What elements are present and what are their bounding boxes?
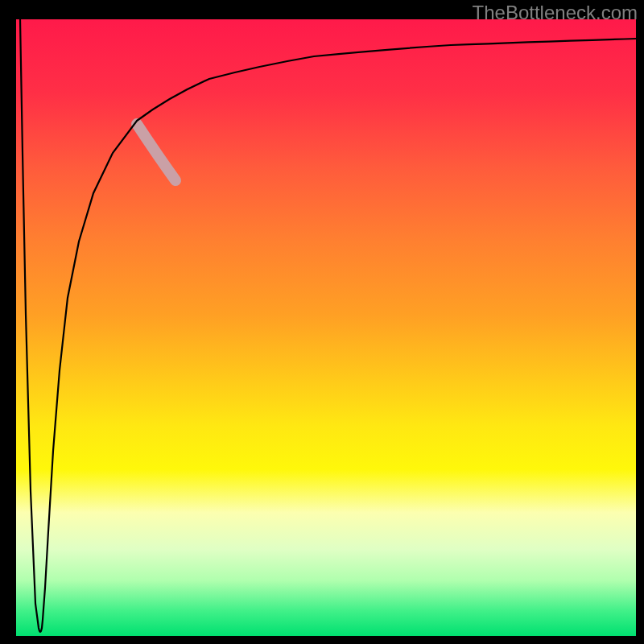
bottleneck-curve [20,19,636,632]
curve-svg [16,19,636,636]
chart-frame: TheBottleneck.com [0,0,644,644]
highlight-segment [137,124,175,180]
watermark-text: TheBottleneck.com [473,2,638,24]
